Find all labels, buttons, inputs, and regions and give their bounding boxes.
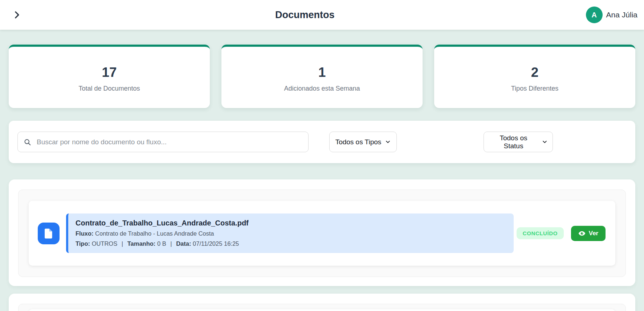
- top-header: Documentos A Ana Júlia: [0, 0, 644, 30]
- document-block-partial: [9, 294, 635, 311]
- stat-value: 2: [531, 66, 539, 79]
- view-button-label: Ver: [589, 230, 598, 237]
- stat-label: Tipos Diferentes: [511, 85, 558, 92]
- search-input[interactable]: [17, 132, 309, 152]
- chevron-down-icon: [542, 139, 547, 145]
- size-value: 0 B: [157, 240, 166, 247]
- document-card: Contrato_de_Trabalho_Lucas_Andrade_Costa…: [29, 201, 615, 266]
- status-filter-value: Todos os Status: [489, 134, 538, 150]
- document-surface: Contrato_de_Trabalho_Lucas_Andrade_Costa…: [18, 190, 626, 277]
- type-label: Tipo:: [76, 240, 90, 247]
- status-badge: CONCLUÍDO: [517, 227, 564, 239]
- document-meta-line: Tipo: OUTROS | Tamanho: 0 B | Data: 07/1…: [76, 239, 506, 248]
- avatar: A: [586, 7, 603, 23]
- document-flow-line: Fluxo: Contrato de Trabalho - Lucas Andr…: [76, 229, 506, 238]
- document-card: [29, 309, 615, 311]
- stat-card-types: 2 Tipos Diferentes: [434, 45, 635, 108]
- search-wrapper: [17, 132, 309, 152]
- document-block: Contrato_de_Trabalho_Lucas_Andrade_Costa…: [9, 179, 635, 286]
- document-filename: Contrato_de_Trabalho_Lucas_Andrade_Costa…: [76, 218, 506, 228]
- stat-value: 1: [318, 66, 326, 79]
- filter-bar: Todos os Tipos Todos os Status: [9, 121, 635, 163]
- type-value: OUTROS: [92, 240, 118, 247]
- eye-icon: [578, 230, 586, 237]
- stat-card-total: 17 Total de Documentos: [9, 45, 210, 108]
- date-label: Data:: [176, 240, 191, 247]
- stat-card-week: 1 Adicionados esta Semana: [221, 45, 423, 108]
- chevron-right-icon: [12, 10, 21, 20]
- separator: |: [122, 240, 123, 247]
- user-name: Ana Júlia: [606, 11, 637, 19]
- stat-label: Adicionados esta Semana: [284, 85, 360, 92]
- stat-label: Total de Documentos: [78, 85, 140, 92]
- view-button[interactable]: Ver: [571, 226, 606, 241]
- type-filter-value: Todos os Tipos: [335, 138, 382, 146]
- user-menu[interactable]: A Ana Júlia: [586, 7, 637, 23]
- type-filter-select[interactable]: Todos os Tipos: [329, 132, 397, 152]
- file-icon: [38, 223, 60, 244]
- sidebar-expand-button[interactable]: [9, 8, 24, 22]
- stat-value: 17: [102, 66, 117, 79]
- size-label: Tamanho:: [127, 240, 156, 247]
- date-value: 07/11/2025 16:25: [193, 240, 239, 247]
- flow-value: Contrato de Trabalho - Lucas Andrade Cos…: [95, 230, 214, 237]
- document-info[interactable]: Contrato_de_Trabalho_Lucas_Andrade_Costa…: [66, 213, 514, 253]
- status-filter-select[interactable]: Todos os Status: [484, 132, 553, 152]
- page-title: Documentos: [24, 9, 586, 21]
- chevron-down-icon: [385, 139, 391, 145]
- stats-row: 17 Total de Documentos 1 Adicionados est…: [9, 45, 635, 108]
- separator: |: [170, 240, 172, 247]
- document-surface: [18, 304, 626, 311]
- search-icon: [24, 138, 31, 146]
- flow-label: Fluxo:: [76, 230, 94, 237]
